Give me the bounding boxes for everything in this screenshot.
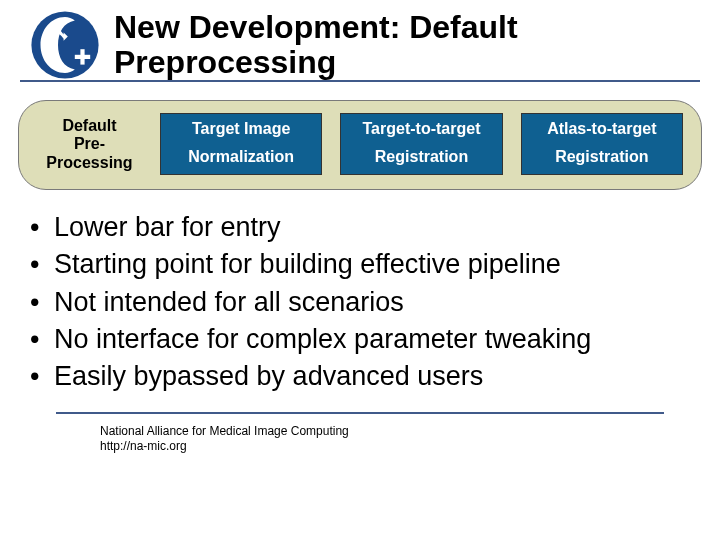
stage-top: Target Image	[165, 120, 317, 138]
pipeline-panel: Default Pre- Processing Target Image Nor…	[18, 100, 702, 190]
footer-rule	[56, 412, 664, 414]
stage-bottom: Registration	[345, 148, 497, 166]
bullet-item: Easily bypassed by advanced users	[26, 359, 694, 394]
footer: National Alliance for Medical Image Comp…	[100, 424, 720, 454]
page-title: New Development: Default Preprocessing	[114, 10, 680, 80]
header: New Development: Default Preprocessing	[20, 0, 700, 82]
stage-top: Atlas-to-target	[526, 120, 678, 138]
pipeline-stage: Target Image Normalization	[160, 113, 322, 175]
bullet-item: Lower bar for entry	[26, 210, 694, 245]
pipeline-stage: Atlas-to-target Registration	[521, 113, 683, 175]
stage-top: Target-to-target	[345, 120, 497, 138]
bullet-item: Not intended for all scenarios	[26, 285, 694, 320]
bullet-item: Starting point for building effective pi…	[26, 247, 694, 282]
pipeline-label-line: Processing	[46, 154, 132, 171]
footer-org: National Alliance for Medical Image Comp…	[100, 424, 720, 439]
pipeline-label: Default Pre- Processing	[37, 117, 142, 172]
bullet-list: Lower bar for entry Starting point for b…	[26, 210, 694, 393]
bullet-item: No interface for complex parameter tweak…	[26, 322, 694, 357]
stage-bottom: Registration	[526, 148, 678, 166]
pipeline-label-line: Default	[62, 117, 116, 134]
footer-url: http://na-mic.org	[100, 439, 720, 454]
slide: New Development: Default Preprocessing D…	[0, 0, 720, 540]
pipeline-stage: Target-to-target Registration	[340, 113, 502, 175]
svg-rect-2	[75, 55, 90, 59]
pipeline-label-line: Pre-	[74, 135, 105, 152]
logo-icon	[30, 10, 100, 80]
stage-bottom: Normalization	[165, 148, 317, 166]
